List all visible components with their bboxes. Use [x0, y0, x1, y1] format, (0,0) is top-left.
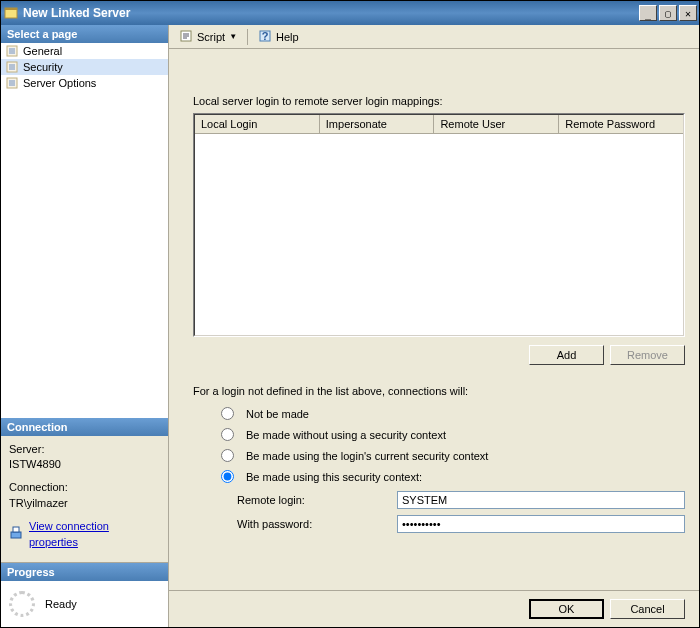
window-title: New Linked Server: [23, 6, 639, 20]
page-icon: [5, 76, 19, 90]
radio-this-security[interactable]: [221, 470, 234, 483]
remote-login-label: Remote login:: [237, 494, 397, 506]
page-label: Server Options: [23, 77, 96, 89]
col-local-login[interactable]: Local Login: [195, 115, 320, 133]
radio-current-security[interactable]: [221, 449, 234, 462]
svg-rect-15: [13, 527, 19, 532]
page-list: General Security Server Options: [1, 43, 168, 91]
connection-section: Server: ISTW4890 Connection: TR\yilmazer…: [1, 436, 168, 556]
page-icon: [5, 44, 19, 58]
page-item-general[interactable]: General: [1, 43, 168, 59]
progress-section: Ready: [1, 581, 168, 627]
help-button[interactable]: ? Help: [254, 27, 303, 47]
minimize-button[interactable]: _: [639, 5, 657, 21]
dialog-buttons: OK Cancel: [169, 590, 699, 627]
remove-button: Remove: [610, 345, 685, 365]
radio-label-without-security: Be made without using a security context: [246, 429, 446, 441]
script-icon: [179, 29, 193, 45]
radio-label-this-security: Be made using this security context:: [246, 471, 422, 483]
svg-rect-1: [5, 8, 17, 10]
not-defined-label: For a login not defined in the list abov…: [193, 385, 685, 397]
script-label: Script: [197, 31, 225, 43]
radio-label-not-be-made: Not be made: [246, 408, 309, 420]
close-button[interactable]: ✕: [679, 5, 697, 21]
progress-status: Ready: [45, 598, 77, 610]
page-item-security[interactable]: Security: [1, 59, 168, 75]
app-icon: [3, 5, 19, 21]
view-connection-properties-link[interactable]: View connection properties: [29, 519, 160, 550]
col-impersonate[interactable]: Impersonate: [320, 115, 435, 133]
script-button[interactable]: Script ▼: [175, 27, 241, 47]
page-icon: [5, 60, 19, 74]
server-label: Server:: [9, 442, 160, 457]
col-remote-user[interactable]: Remote User: [434, 115, 559, 133]
radio-without-security[interactable]: [221, 428, 234, 441]
login-mappings-grid[interactable]: Local Login Impersonate Remote User Remo…: [193, 113, 685, 337]
maximize-button[interactable]: ▢: [659, 5, 677, 21]
title-bar: New Linked Server _ ▢ ✕: [1, 1, 699, 25]
select-page-header: Select a page: [1, 25, 168, 43]
chevron-down-icon: ▼: [229, 32, 237, 41]
progress-header: Progress: [1, 563, 168, 581]
left-pane: Select a page General Security Server Op…: [1, 25, 169, 627]
connection-label: Connection:: [9, 480, 160, 495]
svg-rect-14: [11, 532, 21, 538]
help-icon: ?: [258, 29, 272, 45]
server-value: ISTW4890: [9, 457, 160, 472]
help-label: Help: [276, 31, 299, 43]
col-remote-password[interactable]: Remote Password: [559, 115, 683, 133]
toolbar-separator: [247, 29, 248, 45]
page-item-server-options[interactable]: Server Options: [1, 75, 168, 91]
toolbar: Script ▼ ? Help: [169, 25, 699, 49]
mapping-label: Local server login to remote server logi…: [193, 95, 685, 107]
with-password-label: With password:: [237, 518, 397, 530]
page-label: General: [23, 45, 62, 57]
window-controls: _ ▢ ✕: [639, 5, 697, 21]
properties-icon: [9, 525, 23, 543]
cancel-button[interactable]: Cancel: [610, 599, 685, 619]
connection-header: Connection: [1, 418, 168, 436]
progress-spinner-icon: [9, 591, 35, 617]
remote-login-input[interactable]: [397, 491, 685, 509]
ok-button[interactable]: OK: [529, 599, 604, 619]
with-password-input[interactable]: [397, 515, 685, 533]
right-pane: Script ▼ ? Help Local server login to re…: [169, 25, 699, 627]
svg-text:?: ?: [262, 30, 269, 42]
connection-value: TR\yilmazer: [9, 496, 160, 511]
content-area: Local server login to remote server logi…: [169, 49, 699, 590]
radio-not-be-made[interactable]: [221, 407, 234, 420]
add-button[interactable]: Add: [529, 345, 604, 365]
radio-label-current-security: Be made using the login's current securi…: [246, 450, 488, 462]
page-label: Security: [23, 61, 63, 73]
